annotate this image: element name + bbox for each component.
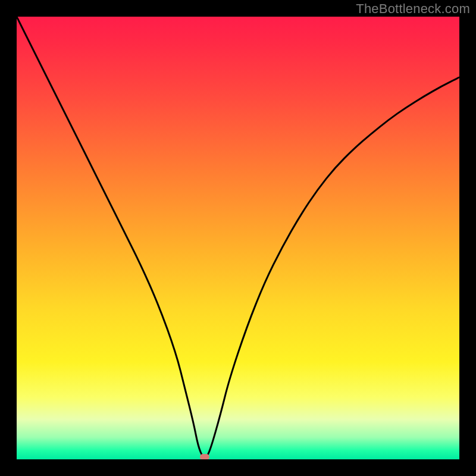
plot-area xyxy=(17,17,459,459)
watermark-text: TheBottleneck.com xyxy=(356,1,470,17)
optimal-point-marker xyxy=(200,454,209,459)
chart-frame: TheBottleneck.com xyxy=(0,0,476,476)
bottleneck-curve xyxy=(17,17,459,459)
